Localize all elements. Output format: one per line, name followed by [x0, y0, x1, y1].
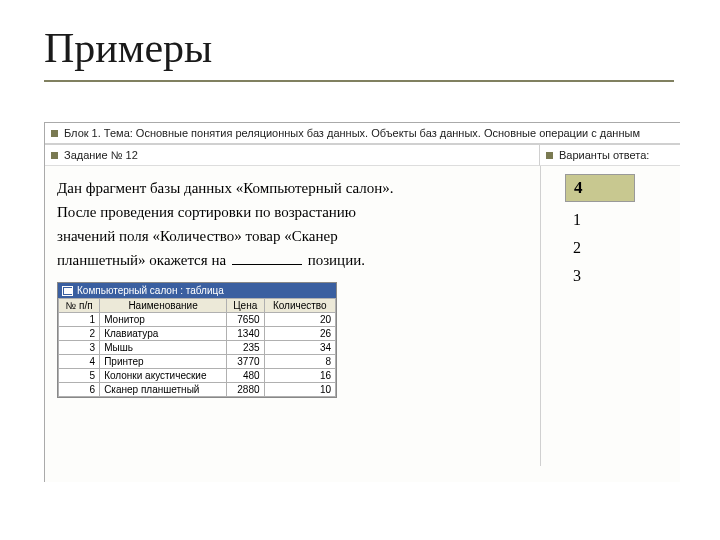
db-table: Компьютерный салон : таблица № п/п Наиме…	[57, 282, 337, 398]
table-cell: 10	[264, 383, 335, 397]
table-row: 6Сканер планшетный288010	[59, 383, 336, 397]
table-cell: Сканер планшетный	[100, 383, 227, 397]
table-cell: 34	[264, 341, 335, 355]
table-cell: 8	[264, 355, 335, 369]
table-cell: 20	[264, 313, 335, 327]
table-cell: 2880	[226, 383, 264, 397]
topic-text: Блок 1. Тема: Основные понятия реляционн…	[64, 127, 640, 139]
table-cell: Принтер	[100, 355, 227, 369]
question-line: Дан фрагмент базы данных «Компьютерный с…	[57, 176, 528, 200]
col-header: Наименование	[100, 299, 227, 313]
table-cell: Мышь	[100, 341, 227, 355]
answers-label: Варианты ответа:	[559, 149, 649, 161]
col-header: Цена	[226, 299, 264, 313]
table-header-row: № п/п Наименование Цена Количество	[59, 299, 336, 313]
answer-option[interactable]: 4	[565, 174, 635, 202]
table-cell: Колонки акустические	[100, 369, 227, 383]
question-line: После проведения сортировки по возрастан…	[57, 200, 528, 224]
table-cell: 6	[59, 383, 100, 397]
main-row: Дан фрагмент базы данных «Компьютерный с…	[45, 166, 680, 466]
question-line: планшетный» окажется на позиции.	[57, 248, 528, 272]
bullet-icon	[546, 152, 553, 159]
bullet-icon	[51, 152, 58, 159]
table-row: 1Монитор765020	[59, 313, 336, 327]
table-cell: 480	[226, 369, 264, 383]
table-row: 3Мышь23534	[59, 341, 336, 355]
task-label: Задание № 12	[64, 149, 138, 161]
answer-option[interactable]: 1	[565, 208, 670, 232]
question-text: Дан фрагмент базы данных «Компьютерный с…	[57, 176, 528, 272]
question-line: значений поля «Количество» товар «Сканер	[57, 224, 528, 248]
answer-option[interactable]: 2	[565, 236, 670, 260]
subheader-row: Задание № 12 Варианты ответа:	[45, 145, 680, 166]
page-title: Примеры	[44, 24, 212, 72]
table-cell: 1340	[226, 327, 264, 341]
title-underline	[44, 80, 674, 82]
table-cell: 16	[264, 369, 335, 383]
bullet-icon	[51, 130, 58, 137]
answer-option[interactable]: 3	[565, 264, 670, 288]
data-grid: № п/п Наименование Цена Количество 1Мони…	[58, 298, 336, 397]
table-row: 2Клавиатура134026	[59, 327, 336, 341]
answers-bar: Варианты ответа:	[540, 145, 680, 166]
table-cell: 7650	[226, 313, 264, 327]
slide: Примеры Блок 1. Тема: Основные понятия р…	[0, 0, 720, 540]
blank-field[interactable]	[232, 264, 302, 265]
table-cell: 3	[59, 341, 100, 355]
col-header: № п/п	[59, 299, 100, 313]
answers-area: 4 1 2 3	[540, 166, 680, 466]
content-box: Блок 1. Тема: Основные понятия реляционн…	[44, 122, 680, 482]
table-icon	[62, 286, 73, 296]
question-area: Дан фрагмент базы данных «Компьютерный с…	[45, 166, 540, 466]
col-header: Количество	[264, 299, 335, 313]
topic-bar: Блок 1. Тема: Основные понятия реляционн…	[45, 123, 680, 145]
table-cell: 235	[226, 341, 264, 355]
table-cell: 26	[264, 327, 335, 341]
db-titlebar: Компьютерный салон : таблица	[58, 283, 336, 298]
table-row: 5Колонки акустические48016	[59, 369, 336, 383]
table-cell: 5	[59, 369, 100, 383]
table-cell: 1	[59, 313, 100, 327]
table-cell: Монитор	[100, 313, 227, 327]
table-cell: Клавиатура	[100, 327, 227, 341]
db-caption: Компьютерный салон : таблица	[77, 285, 224, 296]
table-row: 4Принтер37708	[59, 355, 336, 369]
table-cell: 4	[59, 355, 100, 369]
task-bar: Задание № 12	[45, 145, 540, 166]
table-cell: 2	[59, 327, 100, 341]
table-cell: 3770	[226, 355, 264, 369]
